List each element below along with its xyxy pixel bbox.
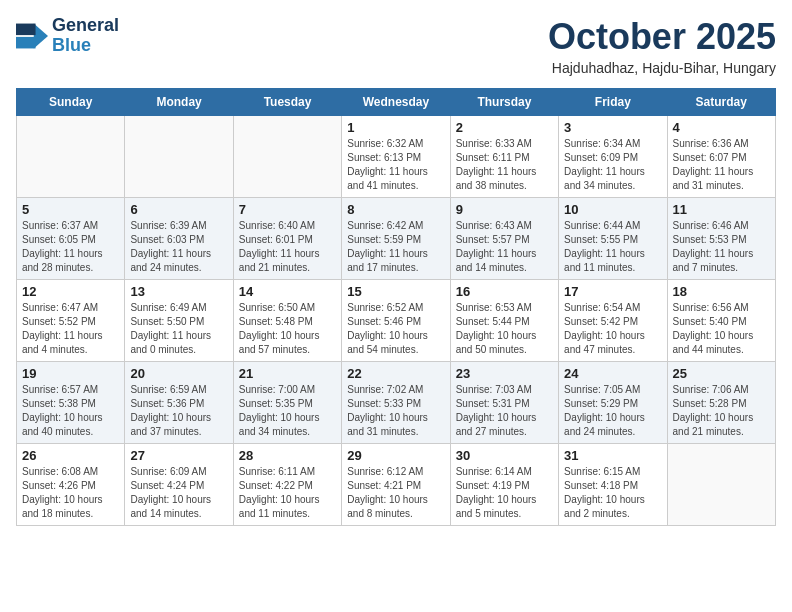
day-number: 10: [564, 202, 661, 217]
calendar-day-cell: 20Sunrise: 6:59 AM Sunset: 5:36 PM Dayli…: [125, 362, 233, 444]
calendar-day-cell: 2Sunrise: 6:33 AM Sunset: 6:11 PM Daylig…: [450, 116, 558, 198]
day-number: 13: [130, 284, 227, 299]
calendar-day-cell: 21Sunrise: 7:00 AM Sunset: 5:35 PM Dayli…: [233, 362, 341, 444]
calendar-day-cell: 11Sunrise: 6:46 AM Sunset: 5:53 PM Dayli…: [667, 198, 775, 280]
day-info: Sunrise: 6:37 AM Sunset: 6:05 PM Dayligh…: [22, 219, 119, 275]
calendar-week-row: 1Sunrise: 6:32 AM Sunset: 6:13 PM Daylig…: [17, 116, 776, 198]
calendar-day-cell: 16Sunrise: 6:53 AM Sunset: 5:44 PM Dayli…: [450, 280, 558, 362]
calendar-day-cell: [667, 444, 775, 526]
day-info: Sunrise: 7:06 AM Sunset: 5:28 PM Dayligh…: [673, 383, 770, 439]
day-info: Sunrise: 6:09 AM Sunset: 4:24 PM Dayligh…: [130, 465, 227, 521]
day-info: Sunrise: 6:54 AM Sunset: 5:42 PM Dayligh…: [564, 301, 661, 357]
day-number: 16: [456, 284, 553, 299]
day-number: 22: [347, 366, 444, 381]
day-info: Sunrise: 6:47 AM Sunset: 5:52 PM Dayligh…: [22, 301, 119, 357]
day-number: 29: [347, 448, 444, 463]
calendar-week-row: 19Sunrise: 6:57 AM Sunset: 5:38 PM Dayli…: [17, 362, 776, 444]
calendar-day-cell: 8Sunrise: 6:42 AM Sunset: 5:59 PM Daylig…: [342, 198, 450, 280]
day-info: Sunrise: 6:49 AM Sunset: 5:50 PM Dayligh…: [130, 301, 227, 357]
day-info: Sunrise: 6:08 AM Sunset: 4:26 PM Dayligh…: [22, 465, 119, 521]
day-info: Sunrise: 6:43 AM Sunset: 5:57 PM Dayligh…: [456, 219, 553, 275]
day-info: Sunrise: 6:50 AM Sunset: 5:48 PM Dayligh…: [239, 301, 336, 357]
calendar-day-header: Friday: [559, 89, 667, 116]
day-number: 30: [456, 448, 553, 463]
day-number: 17: [564, 284, 661, 299]
day-number: 28: [239, 448, 336, 463]
calendar-day-header: Sunday: [17, 89, 125, 116]
calendar-day-cell: 7Sunrise: 6:40 AM Sunset: 6:01 PM Daylig…: [233, 198, 341, 280]
day-number: 26: [22, 448, 119, 463]
calendar-day-cell: 22Sunrise: 7:02 AM Sunset: 5:33 PM Dayli…: [342, 362, 450, 444]
day-info: Sunrise: 6:33 AM Sunset: 6:11 PM Dayligh…: [456, 137, 553, 193]
day-info: Sunrise: 6:53 AM Sunset: 5:44 PM Dayligh…: [456, 301, 553, 357]
day-info: Sunrise: 6:42 AM Sunset: 5:59 PM Dayligh…: [347, 219, 444, 275]
day-number: 20: [130, 366, 227, 381]
calendar-week-row: 26Sunrise: 6:08 AM Sunset: 4:26 PM Dayli…: [17, 444, 776, 526]
day-info: Sunrise: 6:36 AM Sunset: 6:07 PM Dayligh…: [673, 137, 770, 193]
calendar-day-cell: 30Sunrise: 6:14 AM Sunset: 4:19 PM Dayli…: [450, 444, 558, 526]
day-number: 25: [673, 366, 770, 381]
calendar-day-header: Saturday: [667, 89, 775, 116]
calendar-day-cell: 12Sunrise: 6:47 AM Sunset: 5:52 PM Dayli…: [17, 280, 125, 362]
calendar-day-cell: 27Sunrise: 6:09 AM Sunset: 4:24 PM Dayli…: [125, 444, 233, 526]
calendar-day-cell: 17Sunrise: 6:54 AM Sunset: 5:42 PM Dayli…: [559, 280, 667, 362]
day-info: Sunrise: 6:46 AM Sunset: 5:53 PM Dayligh…: [673, 219, 770, 275]
calendar-day-cell: 1Sunrise: 6:32 AM Sunset: 6:13 PM Daylig…: [342, 116, 450, 198]
day-number: 6: [130, 202, 227, 217]
logo-text-blue: Blue: [52, 36, 119, 56]
day-number: 11: [673, 202, 770, 217]
calendar-day-cell: 28Sunrise: 6:11 AM Sunset: 4:22 PM Dayli…: [233, 444, 341, 526]
day-info: Sunrise: 6:15 AM Sunset: 4:18 PM Dayligh…: [564, 465, 661, 521]
calendar-week-row: 5Sunrise: 6:37 AM Sunset: 6:05 PM Daylig…: [17, 198, 776, 280]
day-info: Sunrise: 7:00 AM Sunset: 5:35 PM Dayligh…: [239, 383, 336, 439]
calendar-day-cell: 14Sunrise: 6:50 AM Sunset: 5:48 PM Dayli…: [233, 280, 341, 362]
logo-text-general: General: [52, 16, 119, 36]
day-number: 2: [456, 120, 553, 135]
calendar-day-header: Tuesday: [233, 89, 341, 116]
calendar-header-row: SundayMondayTuesdayWednesdayThursdayFrid…: [17, 89, 776, 116]
calendar-day-cell: [17, 116, 125, 198]
day-info: Sunrise: 6:12 AM Sunset: 4:21 PM Dayligh…: [347, 465, 444, 521]
svg-rect-2: [16, 37, 36, 49]
day-info: Sunrise: 6:39 AM Sunset: 6:03 PM Dayligh…: [130, 219, 227, 275]
svg-rect-1: [16, 23, 36, 35]
calendar-day-cell: 5Sunrise: 6:37 AM Sunset: 6:05 PM Daylig…: [17, 198, 125, 280]
day-info: Sunrise: 6:59 AM Sunset: 5:36 PM Dayligh…: [130, 383, 227, 439]
calendar-day-cell: 29Sunrise: 6:12 AM Sunset: 4:21 PM Dayli…: [342, 444, 450, 526]
calendar-day-cell: 9Sunrise: 6:43 AM Sunset: 5:57 PM Daylig…: [450, 198, 558, 280]
day-info: Sunrise: 6:56 AM Sunset: 5:40 PM Dayligh…: [673, 301, 770, 357]
day-info: Sunrise: 6:57 AM Sunset: 5:38 PM Dayligh…: [22, 383, 119, 439]
logo: General Blue: [16, 16, 119, 56]
day-number: 1: [347, 120, 444, 135]
day-number: 12: [22, 284, 119, 299]
day-number: 8: [347, 202, 444, 217]
day-info: Sunrise: 6:32 AM Sunset: 6:13 PM Dayligh…: [347, 137, 444, 193]
calendar-day-header: Wednesday: [342, 89, 450, 116]
calendar-day-cell: 3Sunrise: 6:34 AM Sunset: 6:09 PM Daylig…: [559, 116, 667, 198]
day-number: 15: [347, 284, 444, 299]
calendar-day-cell: 10Sunrise: 6:44 AM Sunset: 5:55 PM Dayli…: [559, 198, 667, 280]
day-number: 23: [456, 366, 553, 381]
day-number: 18: [673, 284, 770, 299]
calendar-day-cell: 23Sunrise: 7:03 AM Sunset: 5:31 PM Dayli…: [450, 362, 558, 444]
logo-icon: [16, 20, 48, 52]
month-title: October 2025: [548, 16, 776, 58]
calendar-day-cell: 31Sunrise: 6:15 AM Sunset: 4:18 PM Dayli…: [559, 444, 667, 526]
calendar-day-cell: 26Sunrise: 6:08 AM Sunset: 4:26 PM Dayli…: [17, 444, 125, 526]
calendar-week-row: 12Sunrise: 6:47 AM Sunset: 5:52 PM Dayli…: [17, 280, 776, 362]
day-info: Sunrise: 6:44 AM Sunset: 5:55 PM Dayligh…: [564, 219, 661, 275]
calendar-day-cell: 6Sunrise: 6:39 AM Sunset: 6:03 PM Daylig…: [125, 198, 233, 280]
calendar-day-header: Monday: [125, 89, 233, 116]
calendar-day-cell: 13Sunrise: 6:49 AM Sunset: 5:50 PM Dayli…: [125, 280, 233, 362]
day-info: Sunrise: 6:40 AM Sunset: 6:01 PM Dayligh…: [239, 219, 336, 275]
day-number: 14: [239, 284, 336, 299]
day-info: Sunrise: 6:34 AM Sunset: 6:09 PM Dayligh…: [564, 137, 661, 193]
calendar-day-cell: 19Sunrise: 6:57 AM Sunset: 5:38 PM Dayli…: [17, 362, 125, 444]
calendar-day-cell: 15Sunrise: 6:52 AM Sunset: 5:46 PM Dayli…: [342, 280, 450, 362]
day-info: Sunrise: 6:14 AM Sunset: 4:19 PM Dayligh…: [456, 465, 553, 521]
day-info: Sunrise: 7:03 AM Sunset: 5:31 PM Dayligh…: [456, 383, 553, 439]
calendar-day-cell: [125, 116, 233, 198]
day-number: 27: [130, 448, 227, 463]
calendar-day-cell: 25Sunrise: 7:06 AM Sunset: 5:28 PM Dayli…: [667, 362, 775, 444]
day-number: 21: [239, 366, 336, 381]
